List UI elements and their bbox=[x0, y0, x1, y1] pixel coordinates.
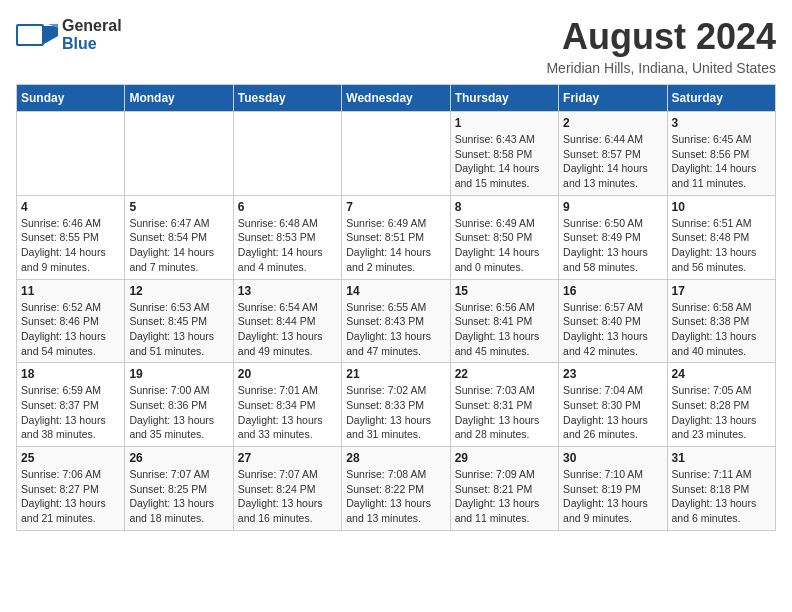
calendar-cell-2-2: 13Sunrise: 6:54 AMSunset: 8:44 PMDayligh… bbox=[233, 279, 341, 363]
day-info: Sunrise: 6:58 AMSunset: 8:38 PMDaylight:… bbox=[672, 300, 771, 359]
th-wednesday: Wednesday bbox=[342, 85, 450, 112]
calendar-cell-4-0: 25Sunrise: 7:06 AMSunset: 8:27 PMDayligh… bbox=[17, 447, 125, 531]
day-info: Sunrise: 6:51 AMSunset: 8:48 PMDaylight:… bbox=[672, 216, 771, 275]
calendar-week-1: 1Sunrise: 6:43 AMSunset: 8:58 PMDaylight… bbox=[17, 112, 776, 196]
day-info: Sunrise: 6:45 AMSunset: 8:56 PMDaylight:… bbox=[672, 132, 771, 191]
calendar-cell-1-5: 9Sunrise: 6:50 AMSunset: 8:49 PMDaylight… bbox=[559, 195, 667, 279]
calendar-cell-2-5: 16Sunrise: 6:57 AMSunset: 8:40 PMDayligh… bbox=[559, 279, 667, 363]
calendar-week-5: 25Sunrise: 7:06 AMSunset: 8:27 PMDayligh… bbox=[17, 447, 776, 531]
calendar-cell-1-4: 8Sunrise: 6:49 AMSunset: 8:50 PMDaylight… bbox=[450, 195, 558, 279]
calendar-cell-4-3: 28Sunrise: 7:08 AMSunset: 8:22 PMDayligh… bbox=[342, 447, 450, 531]
day-info: Sunrise: 7:06 AMSunset: 8:27 PMDaylight:… bbox=[21, 467, 120, 526]
day-info: Sunrise: 6:54 AMSunset: 8:44 PMDaylight:… bbox=[238, 300, 337, 359]
th-sunday: Sunday bbox=[17, 85, 125, 112]
th-friday: Friday bbox=[559, 85, 667, 112]
day-number: 21 bbox=[346, 367, 445, 381]
day-number: 5 bbox=[129, 200, 228, 214]
calendar-cell-4-6: 31Sunrise: 7:11 AMSunset: 8:18 PMDayligh… bbox=[667, 447, 775, 531]
calendar-cell-1-1: 5Sunrise: 6:47 AMSunset: 8:54 PMDaylight… bbox=[125, 195, 233, 279]
day-info: Sunrise: 7:11 AMSunset: 8:18 PMDaylight:… bbox=[672, 467, 771, 526]
calendar-cell-3-5: 23Sunrise: 7:04 AMSunset: 8:30 PMDayligh… bbox=[559, 363, 667, 447]
day-number: 20 bbox=[238, 367, 337, 381]
day-info: Sunrise: 7:05 AMSunset: 8:28 PMDaylight:… bbox=[672, 383, 771, 442]
day-number: 17 bbox=[672, 284, 771, 298]
th-thursday: Thursday bbox=[450, 85, 558, 112]
day-info: Sunrise: 6:59 AMSunset: 8:37 PMDaylight:… bbox=[21, 383, 120, 442]
day-number: 22 bbox=[455, 367, 554, 381]
day-number: 25 bbox=[21, 451, 120, 465]
calendar-cell-0-3 bbox=[342, 112, 450, 196]
day-info: Sunrise: 7:07 AMSunset: 8:24 PMDaylight:… bbox=[238, 467, 337, 526]
calendar-cell-4-4: 29Sunrise: 7:09 AMSunset: 8:21 PMDayligh… bbox=[450, 447, 558, 531]
calendar-cell-0-0 bbox=[17, 112, 125, 196]
title-block: August 2024 Meridian Hills, Indiana, Uni… bbox=[546, 16, 776, 76]
day-info: Sunrise: 6:57 AMSunset: 8:40 PMDaylight:… bbox=[563, 300, 662, 359]
day-info: Sunrise: 6:44 AMSunset: 8:57 PMDaylight:… bbox=[563, 132, 662, 191]
calendar-week-4: 18Sunrise: 6:59 AMSunset: 8:37 PMDayligh… bbox=[17, 363, 776, 447]
calendar-week-2: 4Sunrise: 6:46 AMSunset: 8:55 PMDaylight… bbox=[17, 195, 776, 279]
day-info: Sunrise: 6:48 AMSunset: 8:53 PMDaylight:… bbox=[238, 216, 337, 275]
day-info: Sunrise: 7:02 AMSunset: 8:33 PMDaylight:… bbox=[346, 383, 445, 442]
th-monday: Monday bbox=[125, 85, 233, 112]
day-number: 6 bbox=[238, 200, 337, 214]
day-info: Sunrise: 7:01 AMSunset: 8:34 PMDaylight:… bbox=[238, 383, 337, 442]
day-number: 31 bbox=[672, 451, 771, 465]
day-number: 27 bbox=[238, 451, 337, 465]
day-number: 15 bbox=[455, 284, 554, 298]
day-number: 11 bbox=[21, 284, 120, 298]
calendar-cell-2-3: 14Sunrise: 6:55 AMSunset: 8:43 PMDayligh… bbox=[342, 279, 450, 363]
calendar-cell-0-4: 1Sunrise: 6:43 AMSunset: 8:58 PMDaylight… bbox=[450, 112, 558, 196]
th-tuesday: Tuesday bbox=[233, 85, 341, 112]
day-number: 29 bbox=[455, 451, 554, 465]
day-number: 9 bbox=[563, 200, 662, 214]
day-number: 13 bbox=[238, 284, 337, 298]
calendar-header-row: Sunday Monday Tuesday Wednesday Thursday… bbox=[17, 85, 776, 112]
day-number: 14 bbox=[346, 284, 445, 298]
day-info: Sunrise: 6:49 AMSunset: 8:51 PMDaylight:… bbox=[346, 216, 445, 275]
logo-text-line1: General bbox=[62, 17, 122, 35]
day-info: Sunrise: 6:52 AMSunset: 8:46 PMDaylight:… bbox=[21, 300, 120, 359]
calendar-cell-3-6: 24Sunrise: 7:05 AMSunset: 8:28 PMDayligh… bbox=[667, 363, 775, 447]
calendar-cell-1-0: 4Sunrise: 6:46 AMSunset: 8:55 PMDaylight… bbox=[17, 195, 125, 279]
calendar-week-3: 11Sunrise: 6:52 AMSunset: 8:46 PMDayligh… bbox=[17, 279, 776, 363]
calendar-cell-2-4: 15Sunrise: 6:56 AMSunset: 8:41 PMDayligh… bbox=[450, 279, 558, 363]
main-title: August 2024 bbox=[546, 16, 776, 58]
day-info: Sunrise: 6:43 AMSunset: 8:58 PMDaylight:… bbox=[455, 132, 554, 191]
calendar-cell-1-3: 7Sunrise: 6:49 AMSunset: 8:51 PMDaylight… bbox=[342, 195, 450, 279]
day-info: Sunrise: 6:53 AMSunset: 8:45 PMDaylight:… bbox=[129, 300, 228, 359]
day-number: 26 bbox=[129, 451, 228, 465]
calendar-cell-4-2: 27Sunrise: 7:07 AMSunset: 8:24 PMDayligh… bbox=[233, 447, 341, 531]
calendar-cell-0-6: 3Sunrise: 6:45 AMSunset: 8:56 PMDaylight… bbox=[667, 112, 775, 196]
calendar-cell-3-3: 21Sunrise: 7:02 AMSunset: 8:33 PMDayligh… bbox=[342, 363, 450, 447]
day-number: 28 bbox=[346, 451, 445, 465]
day-number: 18 bbox=[21, 367, 120, 381]
calendar-cell-1-2: 6Sunrise: 6:48 AMSunset: 8:53 PMDaylight… bbox=[233, 195, 341, 279]
day-number: 16 bbox=[563, 284, 662, 298]
calendar-cell-4-1: 26Sunrise: 7:07 AMSunset: 8:25 PMDayligh… bbox=[125, 447, 233, 531]
day-number: 1 bbox=[455, 116, 554, 130]
day-info: Sunrise: 6:56 AMSunset: 8:41 PMDaylight:… bbox=[455, 300, 554, 359]
logo: General Blue bbox=[16, 16, 122, 54]
day-info: Sunrise: 6:47 AMSunset: 8:54 PMDaylight:… bbox=[129, 216, 228, 275]
calendar-cell-3-4: 22Sunrise: 7:03 AMSunset: 8:31 PMDayligh… bbox=[450, 363, 558, 447]
day-number: 7 bbox=[346, 200, 445, 214]
svg-marker-2 bbox=[44, 26, 58, 44]
calendar-cell-0-1 bbox=[125, 112, 233, 196]
day-info: Sunrise: 6:46 AMSunset: 8:55 PMDaylight:… bbox=[21, 216, 120, 275]
day-info: Sunrise: 6:50 AMSunset: 8:49 PMDaylight:… bbox=[563, 216, 662, 275]
calendar-cell-1-6: 10Sunrise: 6:51 AMSunset: 8:48 PMDayligh… bbox=[667, 195, 775, 279]
calendar-table: Sunday Monday Tuesday Wednesday Thursday… bbox=[16, 84, 776, 531]
day-info: Sunrise: 7:08 AMSunset: 8:22 PMDaylight:… bbox=[346, 467, 445, 526]
calendar-cell-3-0: 18Sunrise: 6:59 AMSunset: 8:37 PMDayligh… bbox=[17, 363, 125, 447]
day-info: Sunrise: 7:07 AMSunset: 8:25 PMDaylight:… bbox=[129, 467, 228, 526]
day-number: 10 bbox=[672, 200, 771, 214]
day-number: 8 bbox=[455, 200, 554, 214]
calendar-cell-0-5: 2Sunrise: 6:44 AMSunset: 8:57 PMDaylight… bbox=[559, 112, 667, 196]
calendar-cell-4-5: 30Sunrise: 7:10 AMSunset: 8:19 PMDayligh… bbox=[559, 447, 667, 531]
calendar-cell-2-1: 12Sunrise: 6:53 AMSunset: 8:45 PMDayligh… bbox=[125, 279, 233, 363]
day-info: Sunrise: 7:03 AMSunset: 8:31 PMDaylight:… bbox=[455, 383, 554, 442]
calendar-cell-3-1: 19Sunrise: 7:00 AMSunset: 8:36 PMDayligh… bbox=[125, 363, 233, 447]
logo-text-line2: Blue bbox=[62, 35, 122, 53]
logo-icon bbox=[16, 16, 58, 54]
day-info: Sunrise: 6:55 AMSunset: 8:43 PMDaylight:… bbox=[346, 300, 445, 359]
